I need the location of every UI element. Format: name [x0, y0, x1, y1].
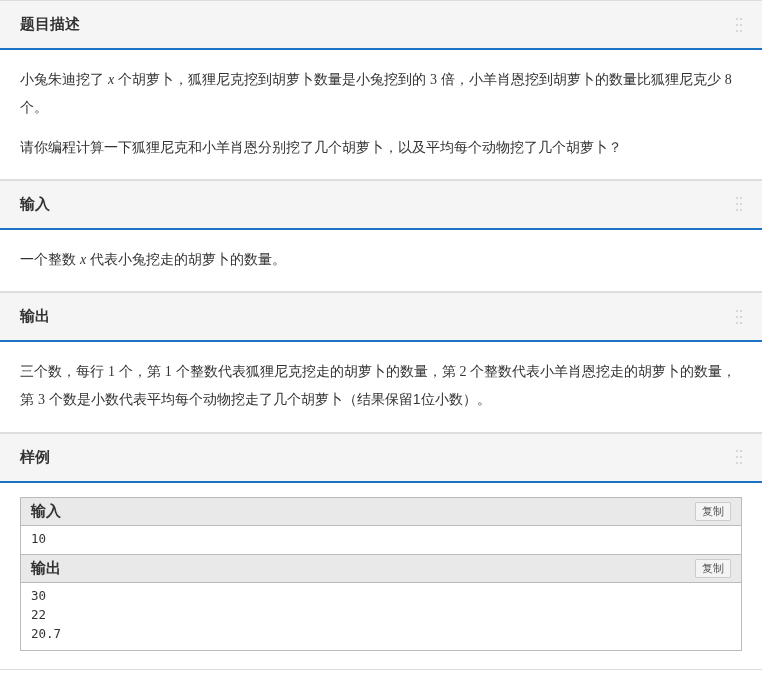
section-body: 输入 复制 10 输出 复制 30 22 20.7 — [0, 483, 762, 669]
output-para: 三个数，每行 1 个，第 1 个整数代表狐狸尼克挖走的胡萝卜的数量，第 2 个整… — [20, 358, 742, 413]
section-description: 题目描述 小兔朱迪挖了 x 个胡萝卜，狐狸尼克挖到胡萝卜数量是小兔挖到的 3 倍… — [0, 0, 762, 180]
drag-handle-icon[interactable] — [736, 18, 742, 32]
sample-box: 输入 复制 10 输出 复制 30 22 20.7 — [20, 497, 742, 651]
section-header: 题目描述 — [0, 1, 762, 50]
sample-output-label: 输出 — [31, 559, 61, 578]
sample-input-data: 10 — [21, 526, 741, 555]
description-para-2: 请你编程计算一下狐狸尼克和小羊肖恩分别挖了几个胡萝卜，以及平均每个动物挖了几个胡… — [20, 134, 742, 161]
section-title: 题目描述 — [20, 15, 80, 34]
section-body: 三个数，每行 1 个，第 1 个整数代表狐狸尼克挖走的胡萝卜的数量，第 2 个整… — [0, 342, 762, 431]
section-header: 输出 — [0, 293, 762, 342]
description-para-1: 小兔朱迪挖了 x 个胡萝卜，狐狸尼克挖到胡萝卜数量是小兔挖到的 3 倍，小羊肖恩… — [20, 66, 742, 120]
section-output: 输出 三个数，每行 1 个，第 1 个整数代表狐狸尼克挖走的胡萝卜的数量，第 2… — [0, 292, 762, 432]
section-header: 样例 — [0, 434, 762, 483]
copy-input-button[interactable]: 复制 — [695, 502, 731, 521]
sample-output-header: 输出 复制 — [21, 554, 741, 583]
section-input: 输入 一个整数 x 代表小兔挖走的胡萝卜的数量。 — [0, 180, 762, 293]
section-title: 输入 — [20, 195, 50, 214]
copy-output-button[interactable]: 复制 — [695, 559, 731, 578]
sample-output-data: 30 22 20.7 — [21, 583, 741, 649]
input-para: 一个整数 x 代表小兔挖走的胡萝卜的数量。 — [20, 246, 742, 274]
section-title: 样例 — [20, 448, 50, 467]
sample-input-label: 输入 — [31, 502, 61, 521]
drag-handle-icon[interactable] — [736, 450, 742, 464]
section-title: 输出 — [20, 307, 50, 326]
drag-handle-icon[interactable] — [736, 310, 742, 324]
section-header: 输入 — [0, 181, 762, 230]
section-body: 小兔朱迪挖了 x 个胡萝卜，狐狸尼克挖到胡萝卜数量是小兔挖到的 3 倍，小羊肖恩… — [0, 50, 762, 179]
drag-handle-icon[interactable] — [736, 197, 742, 211]
sample-input-header: 输入 复制 — [21, 498, 741, 526]
section-sample: 样例 输入 复制 10 输出 复制 30 22 20.7 — [0, 433, 762, 670]
section-body: 一个整数 x 代表小兔挖走的胡萝卜的数量。 — [0, 230, 762, 292]
